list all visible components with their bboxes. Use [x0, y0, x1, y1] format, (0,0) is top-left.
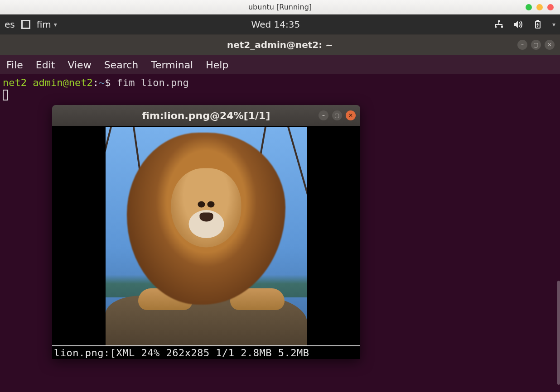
prompt-userhost: net2_admin@net2 — [3, 77, 93, 88]
fim-titlebar[interactable]: fim:lion.png@24%[1/1] – ▢ ✕ — [52, 105, 360, 126]
prompt-sep: : — [93, 77, 99, 88]
terminal-line-2 — [3, 90, 557, 104]
terminal-titlebar: net2_admin@net2: ~ – ▢ ✕ — [0, 34, 560, 55]
prompt-cwd: ~ — [99, 77, 105, 88]
menu-terminal[interactable]: Terminal — [151, 59, 193, 71]
chevron-down-icon: ▾ — [54, 21, 57, 28]
svg-rect-2 — [501, 26, 503, 28]
system-menu-chevron-icon[interactable]: ▾ — [552, 21, 555, 28]
terminal-minimize-button[interactable]: – — [517, 40, 527, 50]
battery-icon[interactable] — [533, 20, 542, 29]
menu-edit[interactable]: Edit — [36, 59, 55, 71]
terminal-close-button[interactable]: ✕ — [545, 40, 555, 50]
fim-window-controls: – ▢ ✕ — [319, 110, 356, 120]
gnome-top-bar: es fim ▾ Wed 14:35 ▾ — [0, 14, 560, 34]
system-status-area[interactable]: ▾ — [494, 20, 555, 29]
fim-window[interactable]: fim:lion.png@24%[1/1] – ▢ ✕ — [52, 105, 360, 359]
menu-search[interactable]: Search — [104, 59, 139, 71]
fim-close-button[interactable]: ✕ — [346, 110, 356, 120]
host-minimize-button[interactable] — [526, 4, 532, 10]
scrollbar-thumb[interactable] — [557, 281, 560, 385]
fim-maximize-button[interactable]: ▢ — [332, 110, 342, 120]
menu-file[interactable]: File — [6, 59, 23, 71]
terminal-menubar: File Edit View Search Terminal Help — [0, 55, 560, 74]
terminal-title: net2_admin@net2: ~ — [227, 39, 333, 50]
activities-fragment[interactable]: es — [5, 19, 15, 30]
fim-title: fim:lion.png@24%[1/1] — [142, 110, 270, 121]
host-close-button[interactable] — [547, 4, 554, 10]
host-zoom-button[interactable] — [536, 4, 543, 10]
prompt-command: fim lion.png — [117, 77, 189, 88]
fim-image-viewport[interactable]: Photograph of a male lion with a large m… — [52, 126, 360, 345]
app-menu-label: fim — [37, 19, 51, 30]
fim-status-text: lion.png:[XML 24% 262x285 1/1 2.8MB 5.2M… — [54, 347, 309, 359]
menu-help[interactable]: Help — [206, 59, 228, 71]
prompt-sigil: $ — [105, 77, 111, 88]
terminal-maximize-button[interactable]: ▢ — [531, 40, 541, 50]
top-bar-left: es fim ▾ — [5, 19, 57, 30]
fim-status-bar: lion.png:[XML 24% 262x285 1/1 2.8MB 5.2M… — [52, 345, 360, 359]
volume-icon[interactable] — [513, 20, 523, 29]
network-icon[interactable] — [494, 20, 503, 29]
terminal-cursor — [3, 90, 8, 100]
svg-rect-0 — [498, 20, 500, 22]
terminal-line-1: net2_admin@net2:~$ fim lion.png — [3, 76, 557, 90]
terminal-window-controls: – ▢ ✕ — [517, 40, 555, 50]
svg-rect-4 — [537, 20, 539, 21]
app-menu[interactable]: fim ▾ — [37, 19, 57, 30]
menu-view[interactable]: View — [68, 59, 91, 71]
host-window-title: ubuntu [Running] — [248, 3, 312, 11]
clock[interactable]: Wed 14:35 — [57, 19, 494, 30]
host-window-controls — [526, 4, 554, 10]
fim-app-icon[interactable] — [21, 20, 30, 29]
host-window-titlebar: ubuntu [Running] — [0, 0, 560, 14]
fim-image: Photograph of a male lion with a large m… — [106, 127, 307, 345]
svg-rect-1 — [495, 26, 497, 28]
fim-minimize-button[interactable]: – — [319, 110, 328, 120]
